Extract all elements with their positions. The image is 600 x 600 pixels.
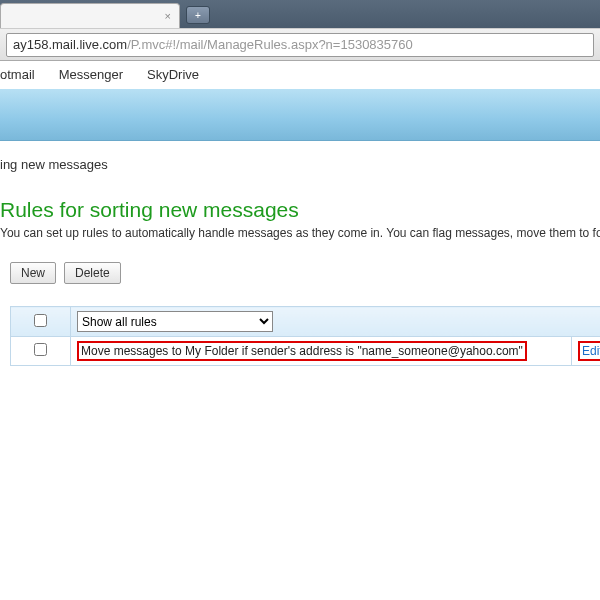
nav-messenger[interactable]: Messenger [59,67,123,89]
delete-button[interactable]: Delete [64,262,121,284]
url-path: /P.mvc#!/mail/ManageRules.aspx?n=1530835… [127,37,413,52]
table-row: Move messages to My Folder if sender's a… [11,337,601,366]
rules-table: Show all rules Move messages to My Folde… [10,306,600,366]
filter-select[interactable]: Show all rules [77,311,273,332]
url-bar: ay158.mail.live.com/P.mvc#!/mail/ManageR… [0,28,600,61]
browser-tab-active[interactable]: × [0,3,180,28]
header-banner [0,89,600,141]
close-icon[interactable]: × [165,10,171,22]
page-title: Rules for sorting new messages [0,198,600,222]
edit-highlight: Edit [578,341,600,361]
url-host: ay158.mail.live.com [13,37,127,52]
nav-hotmail[interactable]: otmail [0,67,35,89]
row-checkbox-cell [11,337,71,366]
rules-header-row: Show all rules [11,307,601,337]
toolbar: New Delete [10,262,600,284]
row-checkbox[interactable] [34,343,47,356]
page-description: You can set up rules to automatically ha… [0,226,600,240]
breadcrumb: ing new messages [0,141,600,180]
new-button[interactable]: New [10,262,56,284]
filter-cell: Show all rules [71,307,601,337]
select-all-checkbox[interactable] [34,314,47,327]
browser-tab-bar: × + [0,0,600,28]
nav-skydrive[interactable]: SkyDrive [147,67,199,89]
rule-description-highlight: Move messages to My Folder if sender's a… [77,341,527,361]
edit-cell: Edit [572,337,601,366]
select-all-cell [11,307,71,337]
edit-link[interactable]: Edit [582,344,600,358]
top-nav: otmail Messenger SkyDrive [0,61,600,89]
url-input[interactable]: ay158.mail.live.com/P.mvc#!/mail/ManageR… [6,33,594,57]
rule-description-cell: Move messages to My Folder if sender's a… [71,337,572,366]
new-tab-button[interactable]: + [186,6,210,24]
